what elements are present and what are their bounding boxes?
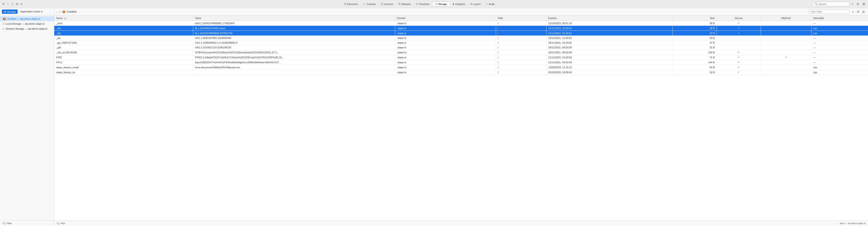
- cell-domain: .stape.io: [395, 26, 496, 31]
- cell-httponly: [761, 70, 811, 75]
- search-input[interactable]: [819, 3, 848, 5]
- table-row[interactable]: _gaGA1.1.6655337900.1624690408.stape.io/…: [54, 36, 868, 40]
- cell-expires: 12/09/2023, 11:15:13: [546, 65, 672, 70]
- content-filter-input[interactable]: [816, 10, 848, 13]
- tab-network[interactable]: ⇅ Network: [396, 2, 413, 6]
- cell-domain: .stape.io: [395, 40, 496, 45]
- cell-size: 32 B: [672, 31, 717, 36]
- table-row[interactable]: _ga_VM9YCFJZ0LGS1.1.1636636852.1.0.16366…: [54, 40, 868, 45]
- graphics-icon: ◈: [453, 3, 454, 5]
- sources-icon: { }: [381, 3, 383, 5]
- back-button[interactable]: ‹: [57, 10, 58, 13]
- maximize-icon[interactable]: □: [11, 2, 14, 6]
- cell-size: 31 B: [672, 45, 717, 50]
- main-area: All Storage Application Cache ▾ 🍪Cookies…: [0, 8, 868, 226]
- cell-secure: ✓: [717, 26, 761, 31]
- cell-httponly: [761, 31, 811, 36]
- table-row[interactable]: _fbcfb.1.1631891873440.eeeee.stape.io/11…: [54, 26, 868, 31]
- cell-samesite: Lax: [811, 26, 868, 31]
- close-icon[interactable]: ✕: [2, 2, 5, 6]
- col-header-samesite[interactable]: SameSite: [811, 15, 868, 21]
- tab-console[interactable]: >_ Console: [361, 2, 378, 6]
- all-storage-button[interactable]: All Storage: [2, 9, 18, 14]
- cell-name: _fbc: [54, 26, 193, 31]
- app-cache-button[interactable]: Application Cache ▾: [19, 9, 44, 14]
- search-icon: 🔍: [814, 2, 818, 5]
- table-row[interactable]: stape_klaviyo_emailiryna.denysova%2Btest…: [54, 65, 868, 70]
- table-row[interactable]: _fbpfb.1.16341078699999.697951759.stape.…: [54, 31, 868, 36]
- cell-name: _gid: [54, 45, 193, 50]
- cell-path: /: [496, 36, 546, 40]
- cell-value: fb.1.1631891873440.eeeee: [193, 26, 395, 31]
- table-row[interactable]: _gidGA1.2.1514621119.1636190100.stape.io…: [54, 45, 868, 50]
- forward-button[interactable]: ›: [60, 10, 61, 13]
- tab-audit[interactable]: ✓ Audit: [483, 2, 497, 6]
- cell-samesite: —: [811, 40, 868, 45]
- cell-value: [193, 70, 395, 75]
- cell-samesite: —: [811, 50, 868, 55]
- col-header-domain[interactable]: Domain: [395, 15, 496, 21]
- cell-expires: 20/10/2023, 18:00:40: [546, 70, 672, 75]
- content-refresh-button[interactable]: ↺: [856, 9, 860, 14]
- content-delete-button[interactable]: ⊘: [861, 9, 866, 14]
- sidebar: All Storage Application Cache ▾ 🍪Cookies…: [0, 8, 54, 226]
- cell-httponly: [761, 40, 811, 45]
- sidebar-icon-cookies: 🍪: [3, 17, 6, 20]
- cell-domain: .stape.io: [395, 55, 496, 60]
- col-header-value[interactable]: Value: [193, 15, 395, 21]
- tab-timelines[interactable]: ◷ Timelines: [413, 2, 432, 6]
- cell-name: stape_klaviyo_email: [54, 65, 193, 70]
- tab-layers[interactable]: ⧉ Layers: [468, 2, 483, 6]
- content-add-button[interactable]: +: [851, 9, 855, 14]
- table-row[interactable]: _iub_cs-28116109%7B%22consent%22%3Atrue%…: [54, 50, 868, 55]
- sidebar-item-session-storage[interactable]: □Session Storage — wp-demo.stape.io: [0, 26, 54, 31]
- cell-name: stape_klaviyo_kx: [54, 70, 193, 75]
- col-header-path[interactable]: Path: [496, 15, 546, 21]
- minimize-icon[interactable]: −: [6, 2, 9, 6]
- cell-expires: 18/11/2021, 15:20:52: [546, 40, 672, 45]
- check-icon: ✓: [738, 56, 740, 59]
- content-area: ‹ › 🍪 Cookies Filter + ↺ ⊘ Name ▲: [54, 8, 868, 226]
- cell-path: /: [496, 45, 546, 50]
- settings-button[interactable]: ⚙: [862, 2, 866, 6]
- col-header-httponly[interactable]: HttpOnly: [761, 15, 811, 21]
- tab-graphics[interactable]: ◈ Graphics: [450, 2, 468, 6]
- table-row[interactable]: _dciddcid.1.16341078669901.173929447.sta…: [54, 21, 868, 26]
- cell-path: /: [496, 21, 546, 26]
- add-button[interactable]: +: [850, 2, 854, 6]
- cell-path: /: [496, 65, 546, 70]
- cell-expires: 13/10/2023, 09:51:19: [546, 21, 672, 26]
- cell-domain: .stape.io: [395, 70, 496, 75]
- cell-secure: ✓: [717, 31, 761, 36]
- col-header-name[interactable]: Name ▲: [54, 15, 193, 21]
- tab-storage[interactable]: ⬡ Storage: [432, 2, 450, 6]
- cell-value: GS1.1.1636636852.1.0.1636636852.0: [193, 40, 395, 45]
- sidebar-item-local-storage[interactable]: □Local Storage — wp-demo.stape.io: [0, 21, 54, 26]
- cell-size: 35 B: [672, 21, 717, 26]
- status-auto-label: Auto — wp-demo.stape.io: [840, 222, 866, 225]
- cell-value: dcid.1.16341078669901.173929447: [193, 21, 395, 26]
- dock-icon[interactable]: ⊡: [16, 2, 19, 6]
- tab-elements[interactable]: ☰ Elements: [342, 2, 361, 6]
- check-icon: ✓: [738, 51, 740, 53]
- cell-size: 150 B: [672, 50, 717, 55]
- cell-httponly: ✓: [761, 55, 811, 60]
- cell-expires: 11/11/2023, 15:20:53: [546, 55, 672, 60]
- content-filter-icon: Filter: [810, 10, 816, 13]
- cell-secure: ✓: [717, 50, 761, 55]
- col-header-size[interactable]: Size: [672, 15, 717, 21]
- col-header-secure[interactable]: Secure: [717, 15, 761, 21]
- table-row[interactable]: FPIDFPID2.2.le9w6eT2O2Y1bHE1U7sNxnrk%2FZ…: [54, 55, 868, 60]
- content-actions: + ↺ ⊘: [851, 9, 866, 14]
- tab-sources[interactable]: { } Sources: [378, 2, 396, 6]
- content-filter[interactable]: Filter: [809, 10, 849, 14]
- col-header-expires[interactable]: Expires: [546, 15, 672, 21]
- toolbar-search[interactable]: 🔍: [813, 2, 849, 6]
- cell-httponly: [761, 21, 811, 26]
- cell-samesite: —: [811, 45, 868, 50]
- sidebar-item-cookies[interactable]: 🍪Cookies — wp-demo.stape.io: [0, 16, 54, 21]
- cell-samesite: Lax: [811, 31, 868, 36]
- refresh-button[interactable]: ↺: [856, 2, 860, 6]
- table-row[interactable]: stape_klaviyo_kx.stape.io/20/10/2023, 18…: [54, 70, 868, 75]
- table-row[interactable]: FPLCEqcOOBIZiOKT%2Fx8%2FE9Ns3b8SWgKKmUR8…: [54, 60, 868, 65]
